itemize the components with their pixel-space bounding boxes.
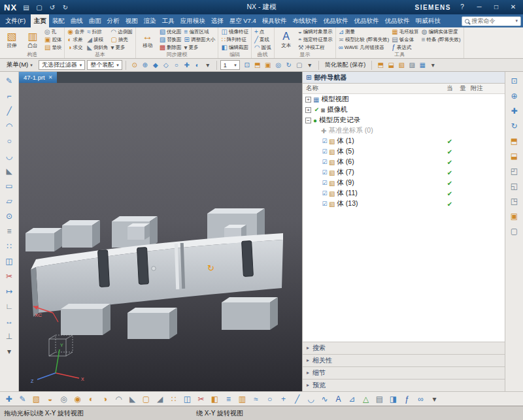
column-name[interactable]: 名称 — [303, 84, 443, 93]
isometric-view-icon[interactable]: ⬓ — [507, 148, 522, 163]
extrude-icon[interactable]: ▧ — [30, 393, 42, 405]
circle-icon[interactable]: ○ — [2, 133, 17, 148]
rotate-icon[interactable]: ↻ — [507, 118, 522, 133]
tree-row[interactable]: + ▦ 模型视图 — [303, 94, 505, 105]
boss-block-back-left[interactable] — [25, 228, 62, 251]
text-icon[interactable]: A — [332, 393, 345, 405]
search-input[interactable] — [471, 18, 513, 24]
tree-expander-icon[interactable] — [313, 180, 319, 186]
revolve-icon[interactable]: ◒ — [44, 393, 56, 405]
resize-face-button[interactable]: ⊞ 调整面大小 — [183, 36, 217, 44]
analysis-icon[interactable]: △ — [360, 393, 372, 405]
view-section-icon[interactable]: ◨ — [387, 393, 399, 405]
minimize-button[interactable]: ─ — [473, 2, 485, 12]
delete-face-button[interactable]: ▩ 删除面 — [158, 44, 183, 52]
offset-icon[interactable]: ≡ — [222, 393, 235, 405]
tree-check-prefix-icon[interactable]: ☑ — [321, 201, 328, 207]
chamfer-button[interactable]: ◣ 倒斜角 — [86, 44, 109, 52]
fit-view-icon[interactable]: ⊡ — [242, 60, 252, 71]
viewport-canvas[interactable]: ↻ XC — [19, 83, 302, 391]
tree-row[interactable]: + ✔ ◙ 摄像机 — [303, 105, 505, 115]
chamfer-icon[interactable]: ◣ — [2, 163, 17, 178]
unite-button[interactable]: ◉ 合并 — [66, 28, 86, 36]
model-compare-button[interactable]: ≍ 模型比较 (即将失效) — [337, 36, 390, 44]
ribbon-tab[interactable]: 星空 V7.4 — [226, 14, 259, 27]
shaded-view-icon[interactable]: ▣ — [507, 208, 522, 223]
tree-row[interactable]: − ● 模型历史记录 — [303, 115, 505, 125]
solid-body-cube-icon[interactable]: ▧ — [396, 60, 407, 71]
spline-icon[interactable]: ∿ — [318, 393, 331, 405]
assembly-cube-icon[interactable]: ⬒ — [375, 60, 386, 71]
ribbon-tab[interactable]: 优品软件 — [382, 14, 413, 27]
render-style-icon[interactable]: ▣ — [263, 60, 273, 71]
more-icon[interactable]: ▾ — [428, 393, 441, 405]
measure-icon[interactable]: ⊿ — [346, 393, 358, 405]
boss-block-front-1[interactable] — [61, 304, 110, 335]
more-tools-icon[interactable]: ▾ — [2, 344, 17, 359]
quick-trim-icon[interactable]: ✂ — [2, 268, 17, 283]
close-icon[interactable]: ✕ — [48, 74, 53, 80]
mirror-icon[interactable]: ◫ — [181, 393, 194, 405]
tree-expander-icon[interactable] — [313, 191, 319, 197]
tab-file[interactable]: 文件(F) — [0, 14, 31, 27]
details-section[interactable]: ▸ 细节 — [303, 366, 505, 379]
tree-row[interactable]: ☑ ▧ 体 (13) ✔ — [303, 199, 505, 209]
work-layer-input[interactable]: 1 ▾ — [220, 60, 240, 70]
tree-check-prefix-icon[interactable]: ☑ — [321, 180, 328, 186]
assign-feature-display-button[interactable]: ◓ 指定特征显示 — [297, 36, 334, 44]
split-body-icon[interactable]: ◧ — [209, 393, 221, 405]
optimize-face-button[interactable]: ▧ 优化面 — [158, 28, 183, 36]
line-icon[interactable]: ╱ — [2, 103, 17, 118]
ribbon-tab[interactable]: 明威科技 — [413, 14, 443, 27]
window-switch-icon[interactable]: ▢ — [34, 4, 44, 11]
offset-region-button[interactable]: ≡ 偏置区域 — [183, 28, 217, 36]
pattern-curve-icon[interactable]: ∷ — [2, 238, 17, 253]
edge-cube-icon[interactable]: ▦ — [417, 60, 428, 71]
rotate-view-icon[interactable]: ↻ — [284, 60, 294, 71]
tree-row[interactable]: ☑ ▧ 体 (7) ✔ — [303, 167, 505, 178]
die-engineering-button[interactable]: ⚒ 冲模工程 — [297, 44, 334, 52]
edge-blend-button[interactable]: ◠ 边倒圆 — [109, 28, 133, 36]
component-cube-icon[interactable]: ⬓ — [386, 60, 396, 71]
help-button[interactable]: ? — [456, 2, 468, 12]
ribbon-tab[interactable]: 主页 — [31, 14, 49, 27]
ribbon-tab[interactable]: 应用模块 — [177, 14, 208, 27]
tree-check-prefix-icon[interactable]: ☑ — [321, 159, 328, 165]
search-section[interactable]: ▸ 搜索 — [303, 342, 505, 354]
ribbon-tab[interactable]: 优品软件 — [320, 14, 351, 27]
tree-expander-icon[interactable] — [313, 159, 319, 165]
column-current[interactable]: 当 — [443, 84, 456, 93]
shell-icon[interactable]: ▢ — [140, 393, 152, 405]
hole-icon[interactable]: ◎ — [58, 393, 70, 405]
quadrant-icon[interactable]: ◐ — [192, 60, 203, 71]
datum-csys-icon[interactable]: ✚ — [3, 393, 15, 405]
orient-view-icon[interactable]: ⬒ — [252, 60, 263, 71]
pattern-icon[interactable]: ∷ — [167, 393, 180, 405]
intersect-button[interactable]: ◑ 求交 — [66, 44, 86, 52]
tree-check-prefix-icon[interactable]: ☑ — [321, 148, 328, 155]
draft-icon[interactable]: ◢ — [154, 393, 166, 405]
face-cube-icon[interactable]: ▨ — [407, 60, 417, 71]
center-point-icon[interactable]: ○ — [171, 60, 182, 71]
shell-button[interactable]: ▢ 抽壳 — [109, 36, 133, 44]
ribbon-tab[interactable]: 渲染 — [141, 14, 159, 27]
edit-section-button[interactable]: ◧ 编辑截面 — [220, 44, 249, 52]
tree-expander-icon[interactable] — [313, 128, 319, 134]
column-count[interactable]: 量 — [456, 84, 469, 93]
tree-expander-icon[interactable]: + — [305, 107, 311, 113]
expression-icon[interactable]: ƒ — [401, 393, 413, 405]
redo-icon[interactable]: ↻ — [60, 4, 71, 11]
make-corner-icon[interactable]: ∟ — [2, 299, 17, 314]
simplified-assembly-button[interactable]: 简化装配 (保存) — [322, 61, 369, 69]
tree-row[interactable]: ✚ 基准坐标系 (0) — [303, 125, 505, 136]
replace-face-button[interactable]: ▨ 替换面 — [158, 36, 183, 44]
offset-curve-icon[interactable]: ≡ — [2, 223, 17, 238]
mirror-feature-button[interactable]: ◫ 镜像特征 — [220, 28, 249, 36]
tree-check-prefix-icon[interactable]: ☑ — [321, 138, 328, 144]
line-button[interactable]: ╱ 直线 — [253, 36, 273, 44]
pan-icon[interactable]: ✚ — [507, 103, 522, 118]
tree-check-prefix-icon[interactable]: ✔ — [313, 106, 320, 113]
tree-expander-icon[interactable]: + — [305, 97, 311, 103]
tree-check-prefix-icon[interactable]: ☑ — [321, 169, 328, 176]
expressions-button[interactable]: ƒ 表达式 — [390, 44, 420, 52]
